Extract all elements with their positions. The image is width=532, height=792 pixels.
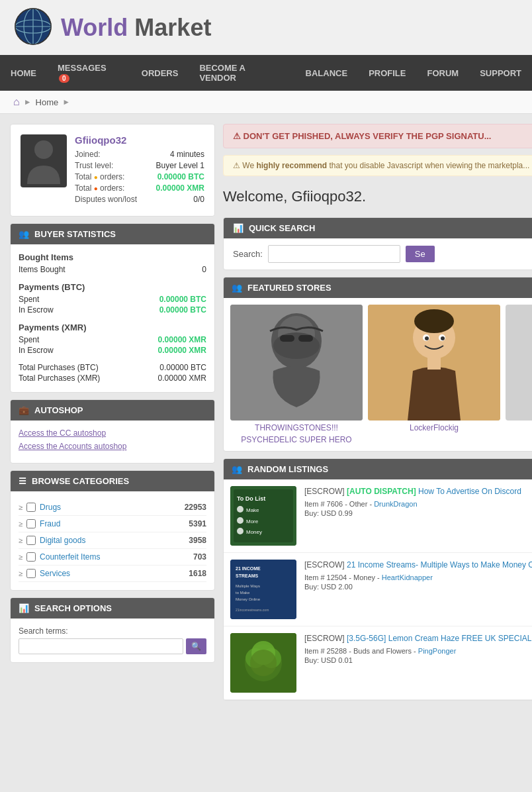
svg-point-15	[414, 309, 454, 333]
quick-search-input[interactable]	[268, 245, 400, 263]
autoshop-body: Access the CC autoshop Access the Accoun…	[11, 421, 214, 463]
profile-xmr-row: Total ● orders: 0.00000 XMR	[75, 183, 204, 193]
featured-stores-header: 👥 FEATURED STORES	[224, 277, 532, 298]
js-warning: ⚠ We highly recommend that you disable J…	[223, 155, 532, 176]
people-icon2: 👥	[232, 283, 242, 293]
svg-point-18	[425, 336, 429, 340]
svg-text:21 INCOME: 21 INCOME	[236, 566, 261, 571]
nav-balance[interactable]: BALANCE	[295, 60, 359, 86]
svg-text:Multiple Ways: Multiple Ways	[236, 584, 260, 588]
listing-title-2: [ESCROW] 21 Income Streams- Multiple Way…	[304, 560, 532, 571]
cat-name-fraud[interactable]: Fraud	[40, 519, 185, 528]
listing-link-2[interactable]: 21 Income Streams- Multiple Ways to Make…	[347, 560, 532, 569]
cat-checkbox-digital[interactable]	[26, 536, 36, 545]
profile-username: Gfiioqpo32	[75, 134, 204, 146]
listing-link-3[interactable]: [3.5G-56G] Lemon Cream Haze FREE UK SPEC…	[347, 634, 532, 643]
listing-title-1: [ESCROW] [AUTO DISPATCH] How To Advertis…	[304, 486, 532, 497]
right-panel: ⚠ DON'T GET PHISHED, ALWAYS VERIFY THE P…	[223, 124, 532, 701]
accounts-autoshop-link[interactable]: Access the Accounts autoshop	[19, 442, 206, 451]
cat-name-counterfeit[interactable]: Counterfeit Items	[40, 552, 189, 562]
categories-card: ☰ BROWSE CATEGORIES ≥ Drugs 22953 ≥ Frau…	[10, 470, 215, 591]
random-listings-header: 👥 RANDOM LISTINGS	[224, 459, 532, 479]
nav-orders[interactable]: ORDERS	[131, 60, 189, 86]
nav-become-vendor[interactable]: BECOME A VENDOR	[189, 55, 294, 91]
autoshop-card: 💼 AUTOSHOP Access the CC autoshop Access…	[10, 399, 215, 464]
nav-home[interactable]: HOME	[0, 60, 47, 86]
cat-arrow-drugs: ≥	[19, 503, 22, 511]
store-1-name: THROWINGSTONES!!!	[255, 423, 338, 432]
listing-thumb-2: 21 INCOME STREAMS Multiple Ways to Make …	[230, 560, 296, 619]
listing-info-2: [ESCROW] 21 Income Streams- Multiple Way…	[304, 560, 532, 591]
svg-text:Make: Make	[246, 507, 259, 513]
search-terms-input[interactable]	[19, 638, 183, 654]
svg-point-6	[34, 140, 53, 159]
items-bought-row: Items Bought 0	[19, 265, 206, 274]
qs-label: Search:	[233, 249, 263, 259]
cc-autoshop-link[interactable]: Access the CC autoshop	[19, 428, 206, 438]
store-item-3[interactable]	[506, 305, 532, 444]
cat-checkbox-counterfeit[interactable]	[26, 552, 36, 562]
search-submit-btn[interactable]: 🔍	[186, 638, 206, 654]
listing-thumb-1: To Do List Make More Money	[230, 486, 296, 546]
featured-stores-card: 👥 FEATURED STORES	[223, 277, 532, 452]
cat-checkbox-fraud[interactable]	[26, 519, 36, 528]
vendor-link-3[interactable]: PingPonger	[418, 647, 457, 655]
profile-btc-row: Total ● orders: 0.00000 BTC	[75, 172, 204, 181]
store-item-1[interactable]: THROWINGSTONES!!! PSYCHEDELIC SUPER HERO	[230, 305, 363, 444]
people-icon3: 👥	[232, 464, 242, 474]
svg-rect-11	[280, 335, 294, 342]
svg-point-43	[250, 650, 277, 676]
left-panel: Gfiioqpo32 Joined: 4 minutes Trust level…	[10, 124, 215, 701]
svg-text:21incomestreams.com: 21incomestreams.com	[236, 608, 269, 612]
cat-name-drugs[interactable]: Drugs	[40, 503, 181, 512]
listing-meta-2: Item # 12504 - Money - HeartKidnapper	[304, 573, 532, 581]
breadcrumb-arrow2: ►	[62, 97, 70, 107]
cat-arrow-counterfeit: ≥	[19, 553, 22, 561]
home-icon[interactable]: ⌂	[13, 96, 20, 108]
nav-forum[interactable]: FORUM	[416, 60, 469, 86]
search-terms-label: Search terms:	[19, 626, 206, 636]
messages-badge: 0	[59, 74, 69, 83]
listing-item-1: To Do List Make More Money [ESCROW] [AUT…	[224, 479, 532, 553]
buyer-stats-card: 👥 BUYER STATISTICS Bought Items Items Bo…	[10, 223, 215, 393]
cat-name-services[interactable]: Services	[40, 569, 185, 578]
categories-header: ☰ BROWSE CATEGORIES	[11, 471, 214, 491]
search-options-header: 📊 SEARCH OPTIONS	[11, 598, 214, 619]
quick-search-body: Search: Se	[224, 238, 532, 270]
vendor-link-2[interactable]: HeartKidnapper	[382, 573, 433, 581]
welcome-message: Welcome, Gfiioqpo32.	[223, 183, 532, 211]
store-item-2[interactable]: LockerFlockig	[368, 305, 500, 444]
svg-text:to Make: to Make	[236, 591, 250, 595]
listing-info-3: [ESCROW] [3.5G-56G] Lemon Cream Haze FRE…	[304, 633, 532, 664]
quick-search-btn[interactable]: Se	[406, 246, 435, 262]
svg-rect-12	[298, 335, 313, 342]
svg-text:Money Online: Money Online	[236, 597, 261, 601]
nav-profile[interactable]: PROFILE	[358, 60, 416, 86]
nav-messages[interactable]: MESSAGES 0	[47, 55, 131, 91]
bar-icon: 📊	[233, 223, 244, 233]
quick-search-card: 📊 QUICK SEARCH Search: Se	[223, 217, 532, 270]
cat-name-digital[interactable]: Digital goods	[40, 536, 185, 545]
svg-point-25	[237, 506, 244, 513]
svg-text:STREAMS: STREAMS	[236, 573, 259, 578]
globe-icon	[13, 7, 53, 48]
buyer-stats-body: Bought Items Items Bought 0 Payments (BT…	[11, 244, 214, 392]
cat-checkbox-services[interactable]	[26, 569, 36, 578]
listing-link-1[interactable]: How To Advertise On Discord	[418, 487, 521, 496]
total-purchases-xmr-row: Total Purchases (XMR) 0.00000 XMR	[19, 373, 206, 383]
cat-arrow-fraud: ≥	[19, 520, 22, 528]
cat-count-drugs: 22953	[185, 503, 206, 512]
escrow-xmr-row: In Escrow 0.00000 XMR	[19, 346, 206, 355]
store-2-name: LockerFlockig	[410, 423, 459, 432]
svg-text:Money: Money	[246, 529, 262, 535]
list-icon: ☰	[19, 476, 26, 486]
payments-btc-group: Payments (BTC) Spent 0.00000 BTC In Escr…	[19, 282, 206, 315]
nav-support[interactable]: SUPPORT	[469, 60, 532, 86]
vendor-link-1[interactable]: DrunkDragon	[374, 500, 417, 508]
cat-count-services: 1618	[189, 569, 206, 578]
autoshop-header: 💼 AUTOSHOP	[11, 400, 214, 421]
cat-checkbox-drugs[interactable]	[26, 503, 36, 512]
listing-buy-3: Buy: USD 0.01	[304, 656, 532, 664]
site-title: World Market	[61, 14, 211, 42]
search-options-card: 📊 SEARCH OPTIONS Search terms: 🔍	[10, 597, 215, 663]
